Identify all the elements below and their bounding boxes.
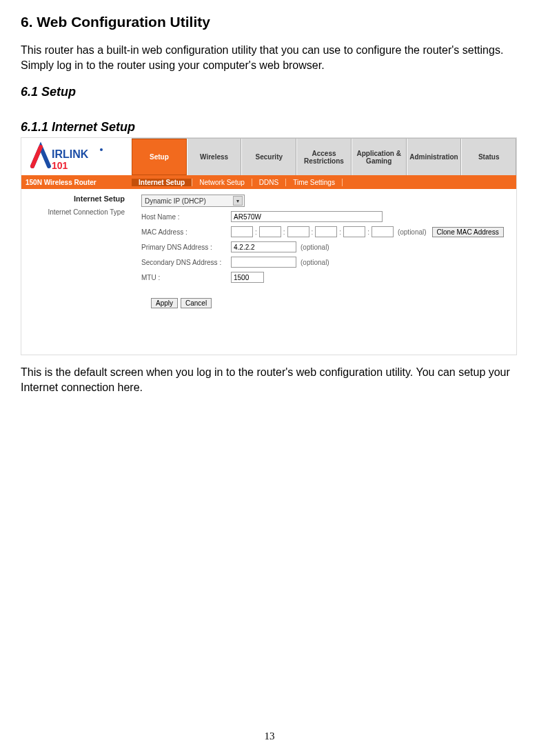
secondary-dns-note: (optional) (301, 259, 329, 266)
mac-oct-1[interactable] (231, 226, 253, 237)
tab-setup[interactable]: Setup (132, 139, 187, 175)
tab-wireless[interactable]: Wireless (187, 139, 242, 175)
brand-text: IRLINK (52, 148, 89, 160)
mtu-input[interactable] (231, 272, 264, 283)
brand-sub: 101 (52, 160, 68, 171)
mac-oct-6[interactable] (372, 226, 394, 237)
tab-administration[interactable]: Administration (407, 139, 462, 175)
mac-oct-4[interactable] (315, 226, 337, 237)
subtab-internet-setup[interactable]: Internet Setup (132, 179, 192, 186)
svg-point-0 (100, 148, 103, 151)
page-number: 13 (0, 730, 539, 742)
primary-dns-input[interactable] (231, 241, 296, 252)
clone-mac-button[interactable]: Clone MAC Address (432, 227, 504, 237)
heading-internet-setup: 6.1.1 Internet Setup (21, 120, 518, 135)
host-name-label: Host Name : (141, 213, 231, 221)
mac-address-label: MAC Address : (141, 228, 231, 236)
mtu-label: MTU : (141, 274, 231, 281)
internet-connection-type-label: Internet Connection Type (21, 208, 125, 216)
caption-paragraph: This is the default screen when you log … (21, 365, 518, 395)
secondary-dns-label: Secondary DNS Address : (141, 259, 231, 266)
heading-main: 6. Web Configuration Utility (21, 14, 518, 30)
heading-setup: 6.1 Setup (21, 85, 518, 99)
subtab-ddns[interactable]: DDNS (252, 179, 286, 186)
model-label: 150N Wireless Router (21, 175, 132, 189)
connection-type-select[interactable]: Dynamic IP (DHCP) ▾ (141, 195, 245, 207)
intro-paragraph: This router has a built-in web configura… (21, 43, 518, 72)
primary-dns-label: Primary DNS Address : (141, 243, 231, 251)
tab-application-gaming[interactable]: Application & Gaming (352, 139, 407, 175)
subtab-time-settings[interactable]: Time Settings (286, 179, 343, 186)
secondary-dns-input[interactable] (231, 257, 296, 268)
brand-logo: IRLINK 101 (21, 138, 132, 175)
primary-dns-note: (optional) (301, 243, 329, 251)
tab-access-restrictions[interactable]: Access Restrictions (296, 139, 352, 175)
chevron-down-icon: ▾ (233, 196, 243, 206)
mac-oct-5[interactable] (343, 226, 365, 237)
cancel-button[interactable]: Cancel (181, 298, 212, 308)
mac-oct-2[interactable] (259, 226, 281, 237)
apply-button[interactable]: Apply (151, 298, 178, 308)
tab-status[interactable]: Status (461, 139, 516, 175)
connection-type-value: Dynamic IP (DHCP) (145, 197, 206, 205)
host-name-input[interactable] (231, 211, 383, 222)
tab-security[interactable]: Security (241, 139, 296, 175)
router-ui-screenshot: IRLINK 101 Setup Wireless Security Acces… (21, 137, 517, 355)
mac-optional-note: (optional) (398, 228, 427, 236)
subtab-network-setup[interactable]: Network Setup (192, 179, 252, 186)
section-title: Internet Setup (21, 195, 125, 203)
mac-oct-3[interactable] (287, 226, 309, 237)
